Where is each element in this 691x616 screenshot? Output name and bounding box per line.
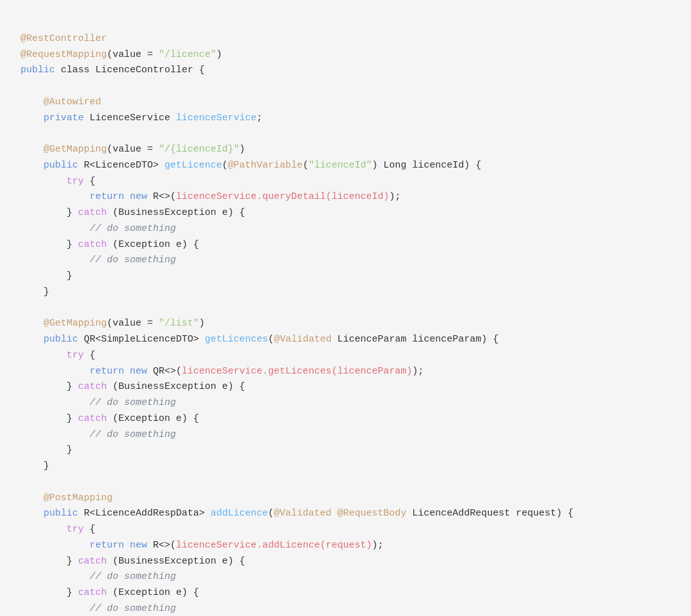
keyword-return-2: return: [90, 366, 124, 377]
field-licenceservice: licenceService: [176, 113, 257, 123]
service-call-getlicences: licenceService.getLicences(licenceParam): [182, 366, 412, 377]
comment-2: // do something: [90, 255, 176, 265]
keyword-public-1: public: [20, 65, 55, 75]
keyword-catch-5: catch: [78, 556, 107, 567]
annotation-autowired: @Autowired: [44, 97, 101, 107]
method-addlicence: addLicence: [210, 508, 268, 519]
keyword-catch-4: catch: [78, 413, 107, 424]
comment-4: // do something: [90, 429, 176, 440]
annotation-rest-controller: @RestController: [20, 33, 107, 44]
annotation-getmapping-1: @GetMapping: [44, 144, 107, 155]
comment-5: // do something: [90, 571, 176, 582]
method-getlicence: getLicence: [164, 160, 222, 171]
keyword-try-2: try: [67, 350, 84, 361]
service-call-querydetail: licenceService.queryDetail(licenceId): [176, 191, 389, 202]
keyword-public-3: public: [44, 334, 78, 345]
keyword-catch-2: catch: [78, 239, 107, 250]
code-container: @RestController @RequestMapping(value = …: [0, 0, 691, 616]
keyword-catch-3: catch: [78, 381, 107, 392]
code-block: @RestController @RequestMapping(value = …: [20, 15, 671, 616]
keyword-return-1: return: [90, 191, 124, 202]
keyword-try-3: try: [67, 524, 84, 535]
annotation-postmapping: @PostMapping: [44, 493, 113, 503]
method-getlicences: getLicences: [205, 334, 268, 345]
keyword-catch-1: catch: [78, 207, 107, 218]
keyword-catch-6: catch: [78, 587, 107, 598]
annotation-request-mapping: @RequestMapping: [20, 49, 107, 60]
keyword-public-2: public: [44, 160, 78, 171]
keyword-return-3: return: [90, 540, 124, 551]
comment-1: // do something: [90, 223, 176, 234]
annotation-getmapping-2: @GetMapping: [44, 318, 107, 329]
keyword-try-1: try: [67, 176, 84, 187]
keyword-public-4: public: [44, 508, 78, 519]
keyword-private: private: [44, 113, 84, 123]
comment-3: // do something: [90, 397, 176, 408]
service-call-addlicence: licenceService.addLicence(request): [176, 540, 372, 551]
comment-6: // do something: [90, 603, 176, 614]
